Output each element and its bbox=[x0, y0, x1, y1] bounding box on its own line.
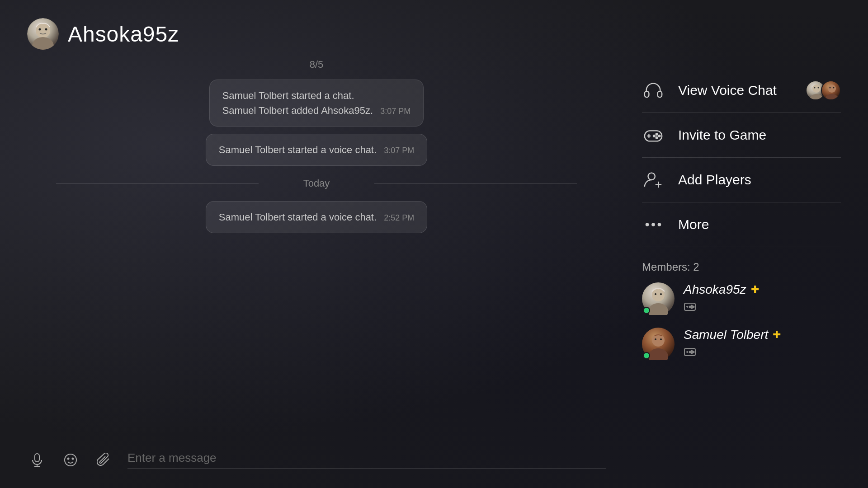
svg-point-1 bbox=[32, 37, 54, 50]
member-avatar-wrap bbox=[642, 328, 675, 360]
svg-point-54 bbox=[689, 352, 691, 353]
svg-point-46 bbox=[655, 338, 656, 340]
svg-point-52 bbox=[693, 352, 694, 353]
member-name-row: Ahsoka95z ✚ bbox=[684, 282, 759, 297]
svg-point-44 bbox=[652, 334, 665, 347]
input-bar bbox=[27, 436, 606, 488]
more-icon bbox=[642, 213, 665, 236]
svg-rect-10 bbox=[645, 91, 649, 97]
svg-point-25 bbox=[656, 137, 658, 139]
view-voice-chat-button[interactable]: View Voice Chat bbox=[642, 68, 841, 113]
svg-point-43 bbox=[689, 306, 691, 308]
message-line: Samuel Tolbert started a chat. bbox=[222, 88, 411, 103]
message-bubble: Samuel Tolbert started a voice chat. 2:5… bbox=[206, 201, 428, 233]
member-name: Ahsoka95z bbox=[684, 282, 746, 297]
invite-to-game-label: Invite to Game bbox=[678, 127, 841, 143]
svg-point-47 bbox=[660, 338, 662, 340]
member-item: Ahsoka95z ✚ bbox=[642, 282, 841, 315]
svg-point-7 bbox=[65, 454, 76, 466]
online-indicator bbox=[643, 307, 650, 314]
svg-point-51 bbox=[691, 351, 693, 352]
microphone-icon[interactable] bbox=[27, 450, 47, 470]
page-title: Ahsoka95z bbox=[68, 22, 179, 47]
svg-point-45 bbox=[648, 348, 668, 360]
svg-point-0 bbox=[36, 23, 50, 38]
member-avatar-wrap bbox=[642, 282, 675, 315]
date-divider: Today bbox=[27, 178, 606, 189]
svg-point-27 bbox=[648, 173, 655, 180]
svg-point-24 bbox=[659, 135, 660, 137]
message-bubble: Samuel Tolbert started a chat. Samuel To… bbox=[209, 80, 424, 127]
svg-point-31 bbox=[651, 223, 655, 226]
svg-point-36 bbox=[660, 293, 662, 295]
ps-plus-icon: ✚ bbox=[751, 284, 759, 296]
voice-chat-avatars bbox=[806, 80, 841, 100]
svg-point-33 bbox=[652, 289, 665, 301]
add-person-icon bbox=[642, 169, 665, 191]
svg-point-34 bbox=[648, 303, 668, 315]
more-label: More bbox=[678, 217, 841, 232]
svg-point-42 bbox=[691, 307, 693, 309]
svg-point-53 bbox=[691, 352, 693, 354]
svg-point-35 bbox=[655, 293, 656, 295]
chat-area: 8/5 Samuel Tolbert started a chat. Samue… bbox=[27, 59, 642, 488]
message-count: 8/5 bbox=[27, 59, 606, 70]
svg-rect-11 bbox=[658, 91, 662, 97]
gamepad-icon bbox=[642, 124, 665, 146]
member-info: Ahsoka95z ✚ bbox=[684, 282, 759, 312]
online-indicator bbox=[643, 352, 650, 359]
svg-point-3 bbox=[45, 28, 47, 31]
svg-point-17 bbox=[825, 94, 839, 100]
header-avatar bbox=[27, 18, 59, 50]
add-players-button[interactable]: Add Players bbox=[642, 158, 841, 202]
svg-point-15 bbox=[818, 87, 819, 89]
message-bubble: Samuel Tolbert started a voice chat. 3:0… bbox=[206, 134, 428, 166]
action-menu: View Voice Chat bbox=[642, 68, 841, 247]
svg-rect-4 bbox=[35, 454, 39, 462]
svg-point-12 bbox=[812, 84, 821, 93]
svg-point-13 bbox=[810, 94, 823, 100]
message-line: Samuel Tolbert started a voice chat. 2:5… bbox=[219, 210, 415, 225]
attachment-icon[interactable] bbox=[94, 450, 114, 470]
svg-point-30 bbox=[646, 223, 649, 226]
members-section: Members: 2 bbox=[642, 261, 841, 373]
svg-point-2 bbox=[39, 28, 41, 31]
emoji-icon[interactable] bbox=[61, 450, 80, 470]
add-players-label: Add Players bbox=[678, 172, 841, 188]
member-name: Samuel Tolbert bbox=[684, 328, 768, 342]
member-status bbox=[684, 300, 759, 312]
svg-point-18 bbox=[830, 87, 831, 89]
svg-point-41 bbox=[693, 306, 694, 308]
members-label: Members: 2 bbox=[642, 261, 841, 273]
svg-point-23 bbox=[656, 133, 658, 135]
message-input-wrapper[interactable] bbox=[127, 451, 606, 469]
message-input[interactable] bbox=[127, 451, 606, 465]
svg-point-26 bbox=[653, 135, 655, 137]
right-panel: View Voice Chat bbox=[642, 59, 841, 488]
svg-point-16 bbox=[828, 84, 836, 93]
message-line: Samuel Tolbert added Ahsoka95z. 3:07 PM bbox=[222, 103, 411, 118]
svg-point-9 bbox=[72, 458, 74, 460]
headphone-icon bbox=[642, 79, 665, 102]
member-item: Samuel Tolbert ✚ bbox=[642, 328, 841, 360]
ps-plus-icon: ✚ bbox=[773, 329, 781, 341]
svg-point-8 bbox=[68, 458, 69, 460]
svg-point-19 bbox=[833, 87, 835, 89]
member-info: Samuel Tolbert ✚ bbox=[684, 328, 781, 357]
member-status bbox=[684, 345, 781, 357]
svg-point-32 bbox=[658, 223, 661, 226]
message-line: Samuel Tolbert started a voice chat. 3:0… bbox=[219, 142, 415, 157]
messages-list: Samuel Tolbert started a chat. Samuel To… bbox=[27, 80, 606, 436]
invite-to-game-button[interactable]: Invite to Game bbox=[642, 113, 841, 158]
vc-avatar-2 bbox=[821, 80, 841, 100]
member-name-row: Samuel Tolbert ✚ bbox=[684, 328, 781, 342]
svg-point-40 bbox=[691, 305, 693, 307]
svg-point-14 bbox=[814, 87, 816, 89]
more-button[interactable]: More bbox=[642, 202, 841, 247]
